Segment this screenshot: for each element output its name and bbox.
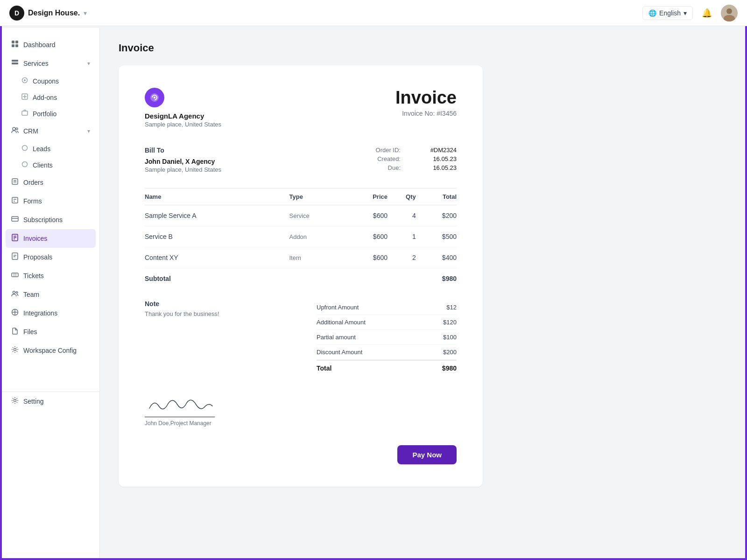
row-total: $500 [416,226,457,247]
svg-rect-8 [12,63,18,64]
subscriptions-icon [11,215,19,224]
upfront-value: $12 [446,304,457,311]
discount-label: Discount Amount [317,349,362,356]
summary-row-total: Total $980 [317,360,457,376]
sidebar-item-label: Invoices [23,235,47,242]
sidebar-item-subscriptions[interactable]: Subscriptions [2,210,99,229]
sidebar-item-label: Coupons [33,77,59,85]
svg-point-16 [16,128,18,130]
sidebar: Dashboard Services ▾ Coupons Add-ons [2,28,100,560]
main-layout: Dashboard Services ▾ Coupons Add-ons [2,28,745,560]
svg-point-18 [22,162,28,167]
invoice-title-block: Invoice Invoice No: #I3456 [395,88,457,117]
main-content: Invoice DesignLA Agency Sample place, Un… [100,28,745,560]
agency-info: DesignLA Agency Sample place, United Sta… [145,88,221,128]
brand-name: Design House. [28,9,80,17]
upfront-label: Upfront Amount [317,304,359,311]
created-label: Created: [377,155,401,162]
user-avatar[interactable] [721,5,738,21]
sidebar-item-services[interactable]: Services ▾ [2,54,99,73]
svg-rect-34 [12,273,18,277]
sidebar-item-label: Workspace Config [23,347,77,354]
total-label: Total [317,364,331,372]
subtotal-label: Subtotal [145,268,289,289]
notification-button[interactable]: 🔔 [698,5,715,21]
sidebar-item-label: Proposals [23,253,52,261]
topbar: D Design House. ▾ 🌐 English ▾ 🔔 [0,0,747,26]
svg-point-43 [14,399,16,402]
sidebar-item-team[interactable]: Team [2,285,99,304]
sidebar-item-label: Portfolio [33,110,56,118]
language-selector[interactable]: 🌐 English ▾ [642,6,693,20]
row-type: Service [289,205,345,226]
brand-expand-chevron[interactable]: ▾ [84,9,87,17]
row-price: $600 [346,247,388,268]
sidebar-item-setting[interactable]: Setting [2,392,99,411]
pay-now-button[interactable]: Pay Now [397,445,457,464]
sidebar-item-label: Clients [33,161,53,169]
sidebar-item-integrations[interactable]: Integrations [2,304,99,322]
services-icon [11,59,19,68]
orders-icon [11,178,19,187]
sidebar-item-forms[interactable]: Forms [2,192,99,210]
agency-name: DesignLA Agency [145,112,221,120]
bill-to-label: Bill To [145,147,221,154]
svg-rect-25 [12,217,18,221]
row-name: Service B [145,226,289,247]
language-label: English [659,9,681,17]
meta-table: Order ID: #DM2324 Created: 16.05.23 Due:… [376,147,457,173]
table-row: Service B Addon $600 1 $500 [145,226,457,247]
leads-icon [21,145,28,153]
addons-icon [21,93,28,101]
sidebar-item-crm[interactable]: CRM ▾ [2,122,99,140]
svg-rect-5 [12,44,14,47]
row-type: Addon [289,226,345,247]
setting-icon [11,397,19,406]
summary-row-upfront: Upfront Amount $12 [317,300,457,315]
svg-point-42 [14,349,16,351]
signature-svg [145,394,215,417]
sidebar-item-orders[interactable]: Orders [2,173,99,192]
created-value: 16.05.23 [419,155,457,162]
summary-row-partial: Partial amount $100 [317,330,457,345]
workspace-config-icon [11,346,19,355]
sidebar-item-label: CRM [23,127,38,135]
svg-rect-6 [15,44,18,47]
sidebar-item-dashboard[interactable]: Dashboard [2,35,99,54]
sidebar-item-label: Services [23,60,49,67]
sidebar-item-label: Dashboard [23,41,56,49]
brand-area: D Design House. ▾ [9,6,87,21]
invoice-title: Invoice [395,88,457,108]
page-title: Invoice [119,42,726,54]
sidebar-item-addons[interactable]: Add-ons [2,89,99,105]
invoice-card: DesignLA Agency Sample place, United Sta… [119,65,483,487]
additional-value: $120 [443,319,457,326]
svg-point-38 [16,292,18,294]
sidebar-item-proposals[interactable]: Proposals [2,248,99,266]
sidebar-item-clients[interactable]: Clients [2,157,99,173]
bill-meta-section: Bill To John Daniel, X Agency Sample pla… [145,147,457,173]
crm-chevron-icon: ▾ [87,128,90,134]
meta-row-order: Order ID: #DM2324 [376,147,457,154]
svg-point-15 [13,127,15,130]
row-total: $200 [416,205,457,226]
integrations-icon [11,308,19,318]
sidebar-item-leads[interactable]: Leads [2,140,99,157]
sidebar-item-files[interactable]: Files [2,322,99,341]
sidebar-item-tickets[interactable]: Tickets [2,266,99,285]
sidebar-item-coupons[interactable]: Coupons [2,73,99,89]
summary-row-additional: Additional Amount $120 [317,315,457,330]
sidebar-item-label: Subscriptions [23,216,63,224]
meta-row-due: Due: 16.05.23 [376,164,457,171]
brand-logo-icon: D [9,6,24,21]
crm-icon [11,126,19,136]
pay-button-area: Pay Now [145,445,457,464]
signature-area: John Doe,Project Manager [145,394,457,427]
sidebar-item-workspace-config[interactable]: Workspace Config [2,341,99,360]
note-label: Note [145,300,219,308]
agency-logo-icon [145,88,164,107]
sidebar-item-invoices[interactable]: Invoices [6,229,96,248]
invoice-header: DesignLA Agency Sample place, United Sta… [145,88,457,128]
sidebar-item-portfolio[interactable]: Portfolio [2,105,99,122]
meta-row-created: Created: 16.05.23 [376,155,457,162]
